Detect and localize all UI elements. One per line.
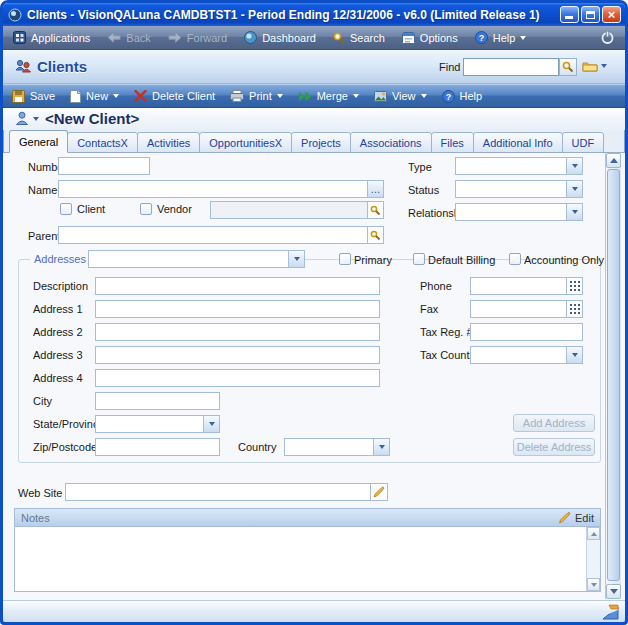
type-label: Type	[408, 161, 432, 173]
add-address-button[interactable]: Add Address	[513, 414, 595, 432]
find-input[interactable]	[463, 58, 559, 76]
relationship-select[interactable]	[455, 203, 583, 221]
menubar-item-search[interactable]: Search	[333, 32, 385, 44]
menubar-item-applications[interactable]: Applications	[13, 31, 90, 44]
tab-projects[interactable]: Projects	[291, 132, 351, 153]
website-edit-button[interactable]	[370, 483, 388, 501]
scroll-down-icon[interactable]	[606, 584, 621, 599]
chevron-down-icon[interactable]	[288, 251, 304, 267]
power-button[interactable]	[600, 30, 615, 45]
primary-checkbox[interactable]	[339, 253, 351, 265]
page-scrollbar[interactable]	[605, 153, 621, 599]
page-title: Clients	[37, 58, 87, 75]
country-select[interactable]	[284, 438, 390, 456]
scroll-up-icon[interactable]	[587, 527, 600, 540]
tab-activities[interactable]: Activities	[137, 132, 200, 153]
chevron-down-icon[interactable]	[277, 94, 283, 98]
phone-input[interactable]	[470, 277, 583, 295]
address4-input[interactable]	[95, 369, 380, 387]
menubar-label-forward: Forward	[187, 32, 227, 44]
chevron-down-icon[interactable]	[566, 158, 582, 174]
fax-format-button[interactable]	[566, 301, 582, 317]
type-select[interactable]	[455, 157, 583, 175]
description-input[interactable]	[95, 277, 380, 295]
name-input[interactable]	[58, 180, 368, 198]
new-button[interactable]: New	[70, 90, 119, 103]
parent-lookup-button[interactable]	[367, 227, 383, 243]
page-fold-icon[interactable]	[601, 604, 619, 620]
menubar-item-dashboard[interactable]: Dashboard	[244, 31, 316, 44]
accounting-only-checkbox[interactable]	[509, 253, 521, 265]
tab-associations[interactable]: Associations	[350, 132, 432, 153]
delete-client-button[interactable]: Delete Client	[134, 90, 215, 102]
tab-general[interactable]: General	[9, 130, 68, 153]
notes-title: Notes	[21, 512, 50, 524]
tab-opportunitiesx[interactable]: OpportunitiesX	[199, 132, 292, 153]
minimize-button[interactable]	[560, 6, 579, 23]
menubar-label-applications: Applications	[31, 32, 90, 44]
tab-additional-info[interactable]: Additional Info	[473, 132, 563, 153]
chevron-down-icon[interactable]	[566, 347, 582, 363]
default-billing-checkbox[interactable]	[413, 253, 425, 265]
menubar-item-forward[interactable]: Forward	[168, 32, 227, 44]
fax-input[interactable]	[470, 300, 583, 318]
menubar-item-help[interactable]: ? Help	[475, 31, 527, 44]
close-button[interactable]: ×	[602, 6, 621, 23]
client-person-icon[interactable]	[15, 111, 30, 126]
tax-country-select[interactable]	[470, 346, 583, 364]
zip-postcode-label: Zip/Postcode	[33, 441, 97, 453]
print-label: Print	[249, 90, 272, 102]
help-label: Help	[460, 90, 483, 102]
find-label: Find	[439, 61, 460, 73]
help-button[interactable]: ? Help	[442, 90, 483, 103]
delete-address-button[interactable]: Delete Address	[513, 438, 595, 456]
vendor-lookup-input[interactable]	[210, 201, 384, 219]
print-button[interactable]: Print	[230, 90, 283, 102]
pencil-icon	[373, 486, 385, 498]
address3-input[interactable]	[95, 346, 380, 364]
scroll-down-icon[interactable]	[587, 578, 600, 591]
chevron-down-icon[interactable]	[421, 94, 427, 98]
tab-files[interactable]: Files	[431, 132, 474, 153]
status-select[interactable]	[455, 180, 583, 198]
app-icon	[8, 8, 22, 22]
saved-searches-button[interactable]	[582, 60, 607, 72]
name-ellipsis-button[interactable]: …	[367, 180, 384, 198]
address2-input[interactable]	[95, 323, 380, 341]
maximize-button[interactable]	[581, 6, 600, 23]
tab-contactsx[interactable]: ContactsX	[67, 132, 138, 153]
address1-input[interactable]	[95, 300, 380, 318]
chevron-down-icon[interactable]	[566, 181, 582, 197]
parent-input[interactable]	[58, 226, 384, 244]
find-search-button[interactable]	[559, 58, 577, 76]
notes-scrollbar[interactable]	[586, 527, 600, 591]
merge-button[interactable]: Merge	[298, 90, 359, 102]
scroll-up-icon[interactable]	[606, 153, 621, 168]
website-input[interactable]	[65, 483, 371, 501]
tab-udf[interactable]: UDF	[562, 132, 605, 153]
chevron-down-icon[interactable]	[113, 94, 119, 98]
state-province-select[interactable]	[95, 415, 220, 433]
vendor-lookup-button[interactable]	[367, 202, 383, 218]
chevron-down-icon[interactable]	[373, 439, 389, 455]
chevron-down-icon[interactable]	[203, 416, 219, 432]
view-button[interactable]: View	[374, 90, 427, 102]
chevron-down-icon[interactable]	[353, 94, 359, 98]
addresses-select[interactable]	[88, 250, 305, 268]
chevron-down-icon[interactable]	[566, 204, 582, 220]
notes-edit-button[interactable]: Edit	[558, 511, 594, 524]
phone-format-button[interactable]	[566, 278, 582, 294]
menubar-item-back[interactable]: Back	[107, 32, 150, 44]
title-bar[interactable]: Clients - VisionQALuna CAMDBTST1 - Perio…	[3, 3, 625, 26]
number-input[interactable]	[58, 157, 150, 175]
zip-postcode-input[interactable]	[95, 438, 220, 456]
vendor-checkbox[interactable]	[140, 203, 152, 215]
notes-content[interactable]	[15, 527, 600, 591]
menubar-item-options[interactable]: Options	[402, 32, 458, 44]
client-checkbox[interactable]	[60, 203, 72, 215]
chevron-down-icon[interactable]	[33, 117, 39, 121]
tax-reg-input[interactable]	[470, 323, 583, 341]
scrollbar-thumb[interactable]	[607, 169, 620, 581]
city-input[interactable]	[95, 392, 220, 410]
save-button[interactable]: Save	[12, 90, 55, 103]
